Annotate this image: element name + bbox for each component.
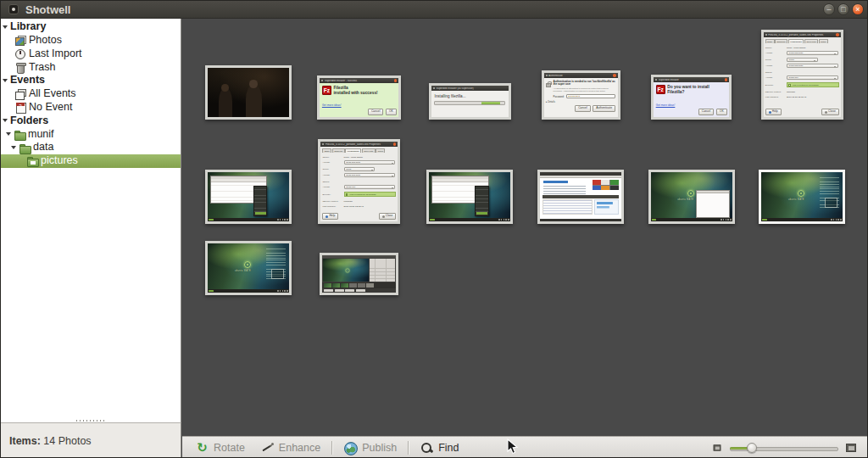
expander-triangle-icon[interactable] <box>3 119 8 122</box>
zoom-slider-track[interactable] <box>730 441 838 455</box>
photos-icon <box>14 35 26 46</box>
photo-thumbnail[interactable] <box>537 170 624 224</box>
sidebar-item-pictures[interactable]: pictures <box>1 154 181 168</box>
trash-icon <box>14 62 26 73</box>
photo-thumbnail[interactable]: Superdeb installer - Success FzFilezilla… <box>317 75 401 120</box>
sidebar-item-munif[interactable]: munif <box>1 127 181 141</box>
close-button[interactable]: × <box>852 3 864 15</box>
photo-thumbnail[interactable]: FileZilla_3.10.0.2_portable_64bits.snk P… <box>761 30 843 120</box>
expander-triangle-icon[interactable] <box>6 132 11 136</box>
window-controls: –□× <box>821 3 867 15</box>
toolbar-separator <box>408 441 409 455</box>
sidebar-item-no-event[interactable]: No Event <box>1 101 181 114</box>
enhance-icon <box>260 441 275 455</box>
expander-triangle-icon[interactable] <box>3 25 8 29</box>
minimize-button[interactable]: – <box>823 3 835 15</box>
sidebar-item-all-events[interactable]: All Events <box>1 87 181 101</box>
photo-thumbnail[interactable]: Superdeb installer FzDo you want to inst… <box>651 75 732 120</box>
thumbnail-row: ubuntu MATE <box>193 205 415 295</box>
pane-resize-handle[interactable] <box>76 420 105 422</box>
sidebar-section-folders[interactable]: Folders <box>1 114 181 128</box>
photo-thumbnail[interactable]: ubuntu MATE <box>648 170 735 224</box>
shotwell-app-icon <box>8 4 19 14</box>
clock-icon <box>14 48 26 59</box>
items-count: Items: 14 Photos <box>9 435 92 447</box>
items-label: Items: <box>9 435 41 447</box>
status-panel: Items: 14 Photos <box>1 422 181 458</box>
events-icon <box>14 88 26 99</box>
photo-thumbnail[interactable] <box>205 65 292 120</box>
rotate-icon: ↻ <box>195 441 209 455</box>
photo-thumbnail[interactable] <box>426 170 513 224</box>
photo-thumbnail[interactable]: Superdeb installer (as superuser) Instal… <box>429 83 511 120</box>
zoom-slider-thumb[interactable] <box>747 443 757 453</box>
photo-thumbnail[interactable]: Authenticate Authentication is needed to… <box>542 70 620 120</box>
image-large-icon <box>846 444 856 452</box>
window-title: Shotwell <box>25 3 70 16</box>
sidebar: LibraryPhotosLast ImportTrashEventsAll E… <box>1 19 181 422</box>
sidebar-item-photos[interactable]: Photos <box>1 34 181 47</box>
shotwell-window: Shotwell –□× LibraryPhotosLast ImportTra… <box>0 0 868 458</box>
photo-thumbnail[interactable]: ubuntu MATE <box>759 170 845 224</box>
find-button[interactable]: Find <box>412 438 466 457</box>
sidebar-item-data[interactable]: data <box>1 141 181 154</box>
sidebar-section-events[interactable]: Events <box>1 74 181 87</box>
publish-icon <box>343 441 358 455</box>
folder-pictures-icon <box>26 155 38 166</box>
expander-triangle-icon[interactable] <box>11 146 16 149</box>
image-small-icon <box>714 444 721 450</box>
bottom-toolbar: ↻RotateEnhancePublishFind <box>182 436 868 458</box>
folder-icon <box>14 129 25 140</box>
photo-grid: Superdeb installer - Success FzFilezilla… <box>182 19 868 436</box>
sidebar-item-trash[interactable]: Trash <box>1 60 181 74</box>
photo-thumbnail[interactable] <box>320 253 398 295</box>
sidebar-section-library[interactable]: Library <box>1 20 181 34</box>
zoom-in-button[interactable] <box>843 441 859 455</box>
enhance-button[interactable]: Enhance <box>253 438 328 457</box>
photo-thumbnail[interactable]: ubuntu MATE <box>205 241 292 295</box>
thumbnail-row: Superdeb installer - Success FzFilezilla… <box>193 30 858 120</box>
expander-triangle-icon[interactable] <box>3 79 8 82</box>
maximize-button[interactable]: □ <box>837 3 849 15</box>
zoom-slider <box>709 441 864 455</box>
no-event-icon <box>14 102 26 113</box>
publish-button[interactable]: Publish <box>336 438 404 457</box>
toolbar-separator <box>331 441 332 455</box>
zoom-out-button[interactable] <box>709 441 725 455</box>
find-icon <box>420 441 434 455</box>
sidebar-item-last-import[interactable]: Last Import <box>1 47 181 61</box>
items-value: 14 Photos <box>43 435 91 447</box>
titlebar[interactable]: Shotwell –□× <box>1 1 867 19</box>
folder-icon <box>19 142 31 154</box>
rotate-button[interactable]: ↻Rotate <box>187 438 253 457</box>
